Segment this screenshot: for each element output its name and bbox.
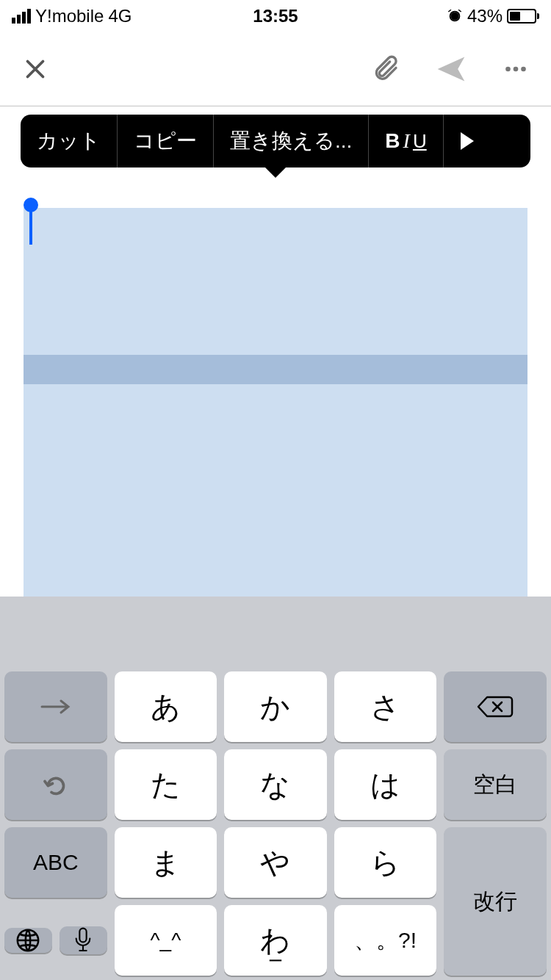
copy-menu-item[interactable]: コピー (118, 115, 214, 167)
key-sa[interactable]: さ (334, 671, 437, 742)
close-icon (22, 56, 48, 82)
bold-icon: B (385, 129, 400, 153)
key-wa-sub: ー (268, 951, 283, 971)
italic-icon: I (403, 129, 410, 153)
status-left: Y!mobile 4G (12, 6, 253, 26)
battery-pct: 43% (467, 6, 503, 26)
key-undo[interactable] (4, 749, 107, 820)
close-button[interactable] (22, 56, 48, 82)
key-ha[interactable]: は (334, 749, 437, 820)
key-backspace[interactable] (444, 671, 547, 742)
selection-highlight (24, 355, 527, 384)
more-button[interactable] (503, 56, 529, 82)
paperclip-icon (370, 54, 400, 84)
key-ma[interactable]: ま (115, 827, 217, 898)
globe-icon (15, 928, 40, 953)
key-globe[interactable] (4, 928, 52, 953)
compose-body[interactable] (24, 208, 527, 600)
svg-rect-5 (80, 929, 87, 943)
biu-menu-item[interactable]: B I U (369, 115, 443, 167)
key-next-candidate[interactable] (4, 671, 107, 742)
keyboard: あ か さ た な は 空白 ABC ま や ら 改行 ^_^ わ ー 、。?! (0, 597, 551, 980)
svg-point-1 (505, 66, 511, 71)
send-icon (435, 53, 467, 85)
selection-handle-icon[interactable] (24, 198, 38, 212)
chevron-right-icon (460, 132, 475, 150)
nav-bar (0, 32, 551, 106)
key-space[interactable]: 空白 (444, 749, 547, 820)
key-ta[interactable]: た (115, 749, 217, 820)
compose-area (0, 106, 551, 600)
status-time: 13:55 (253, 6, 298, 26)
key-na[interactable]: な (224, 749, 327, 820)
key-wa[interactable]: わ ー (224, 905, 327, 976)
replace-menu-item[interactable]: 置き換える... (214, 115, 369, 167)
send-button[interactable] (435, 53, 467, 85)
more-icon (503, 56, 529, 82)
key-enter[interactable]: 改行 (444, 827, 547, 976)
network-label: 4G (108, 6, 132, 26)
backspace-icon (477, 694, 514, 719)
signal-icon (12, 9, 31, 24)
key-a[interactable]: あ (115, 671, 217, 742)
text-context-menu: カット コピー 置き換える... B I U (21, 115, 530, 167)
underline-icon: U (413, 130, 427, 153)
battery-icon (507, 9, 539, 24)
attach-button[interactable] (370, 54, 400, 84)
menu-next-button[interactable] (444, 115, 491, 167)
cut-menu-item[interactable]: カット (21, 115, 118, 167)
key-globe-mic-group (4, 905, 107, 976)
key-emoji[interactable]: ^_^ (115, 905, 217, 976)
svg-point-2 (514, 66, 519, 71)
alarm-icon (447, 8, 463, 24)
arrow-right-icon (37, 698, 74, 716)
svg-point-3 (521, 66, 526, 71)
carrier-label: Y!mobile (35, 6, 104, 26)
selection-caret (29, 211, 32, 245)
key-mic[interactable] (60, 926, 107, 954)
key-ra[interactable]: ら (334, 827, 437, 898)
status-bar: Y!mobile 4G 13:55 43% (0, 0, 551, 32)
key-ka[interactable]: か (224, 671, 327, 742)
key-punct[interactable]: 、。?! (334, 905, 437, 976)
mic-icon (73, 926, 93, 954)
status-right: 43% (298, 6, 539, 26)
undo-icon (43, 771, 69, 798)
svg-point-0 (450, 12, 458, 21)
key-ya[interactable]: や (224, 827, 327, 898)
key-abc[interactable]: ABC (4, 827, 107, 898)
